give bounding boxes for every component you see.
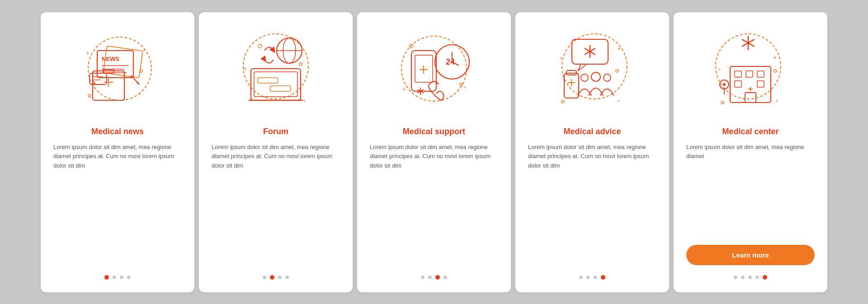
card-body-text: Lorem ipsum dolor sit dim amet, mea regi… <box>686 143 815 238</box>
svg-text:+: + <box>773 54 777 61</box>
dot[interactable] <box>586 276 590 279</box>
svg-point-62 <box>581 74 588 81</box>
dot[interactable] <box>263 276 266 279</box>
svg-rect-30 <box>270 86 291 91</box>
svg-text:+: + <box>303 98 306 103</box>
svg-point-33 <box>258 44 262 48</box>
dot-active[interactable] <box>104 275 109 280</box>
svg-text:+: + <box>560 55 562 61</box>
illustration-medical-support: 24 + + <box>389 26 479 116</box>
card-title: Medical support <box>403 127 465 136</box>
svg-point-89 <box>721 101 724 104</box>
svg-rect-13 <box>90 73 107 84</box>
illustration-medical-center: + + + <box>705 26 796 116</box>
svg-point-68 <box>561 100 564 103</box>
card-medical-advice: + + + Medical advice Lorem ipsum dolor s… <box>515 12 669 292</box>
svg-text:+: + <box>775 98 778 103</box>
card-title: Medical advice <box>563 127 621 136</box>
card-title: Medical news <box>91 127 144 136</box>
card-medical-center: + + + Medical center Lorem ipsum dolor s… <box>674 12 827 292</box>
svg-text:+: + <box>718 66 721 72</box>
dot-active[interactable] <box>270 275 274 280</box>
svg-text:+: + <box>138 91 141 97</box>
svg-rect-27 <box>254 72 297 97</box>
svg-text:+: + <box>86 49 90 56</box>
card-title: Medical center <box>722 127 778 136</box>
pagination-dots <box>734 275 767 280</box>
svg-text:+: + <box>243 65 247 72</box>
svg-text:+: + <box>402 85 406 93</box>
svg-marker-53 <box>578 64 587 71</box>
svg-rect-77 <box>735 81 741 87</box>
svg-rect-78 <box>757 81 764 87</box>
dot[interactable] <box>579 276 583 279</box>
card-body-text: Lorem ipsum dolor sit dim amet, mea regi… <box>370 143 498 265</box>
svg-text:+: + <box>617 98 620 103</box>
cards-container: NEWS + <box>32 3 836 301</box>
svg-rect-79 <box>745 93 756 103</box>
svg-point-88 <box>774 70 777 72</box>
svg-text:24: 24 <box>446 57 455 66</box>
illustration-medical-advice: + + + <box>547 26 637 116</box>
dot[interactable] <box>734 276 737 279</box>
dot[interactable] <box>421 276 425 279</box>
pagination-dots <box>263 275 289 280</box>
card-body-text: Lorem ipsum dolor sit dim amet, mea regi… <box>53 143 182 265</box>
svg-rect-1 <box>97 51 133 78</box>
svg-point-22 <box>243 34 308 99</box>
svg-rect-75 <box>746 71 753 77</box>
svg-rect-29 <box>258 78 278 83</box>
svg-text:+: + <box>463 84 466 90</box>
dot[interactable] <box>278 276 282 279</box>
svg-point-67 <box>616 70 618 72</box>
dot-active[interactable] <box>763 275 767 280</box>
card-title: Forum <box>263 127 288 136</box>
dot-active[interactable] <box>435 275 440 280</box>
illustration-medical-news: NEWS + <box>72 26 163 116</box>
svg-point-50 <box>460 83 462 86</box>
dot-active[interactable] <box>601 275 605 280</box>
card-body-text: Lorem ipsum dolor sit dim amet, mea regi… <box>212 143 340 265</box>
dot[interactable] <box>285 276 289 279</box>
dot[interactable] <box>755 276 759 279</box>
learn-more-button[interactable]: Learn more <box>686 245 815 265</box>
dot[interactable] <box>443 276 447 279</box>
svg-point-63 <box>604 74 611 81</box>
dot[interactable] <box>748 276 752 279</box>
card-body-text: Lorem ipsum dolor sit dim amet, mea regi… <box>528 143 656 265</box>
illustration-forum: + + <box>231 26 321 116</box>
svg-text:+: + <box>142 47 145 53</box>
svg-rect-76 <box>757 71 764 77</box>
card-forum: + + Forum Lorem ipsum dolor sit dim amet… <box>199 12 353 292</box>
svg-point-84 <box>723 83 726 86</box>
dot[interactable] <box>741 276 745 279</box>
svg-point-61 <box>591 72 600 81</box>
dot[interactable] <box>120 276 123 279</box>
card-medical-news: NEWS + <box>41 12 194 292</box>
pagination-dots <box>421 275 447 280</box>
card-medical-support: 24 + + <box>357 12 511 292</box>
svg-rect-74 <box>735 71 741 77</box>
svg-rect-26 <box>251 69 301 100</box>
dot[interactable] <box>113 276 116 279</box>
pagination-dots <box>579 275 605 280</box>
dot[interactable] <box>594 276 597 279</box>
svg-rect-73 <box>730 66 771 103</box>
dot[interactable] <box>428 276 432 279</box>
svg-point-34 <box>299 63 302 65</box>
svg-point-21 <box>88 94 91 97</box>
svg-text:+: + <box>617 45 621 52</box>
pagination-dots <box>104 275 131 280</box>
dot[interactable] <box>127 276 131 279</box>
